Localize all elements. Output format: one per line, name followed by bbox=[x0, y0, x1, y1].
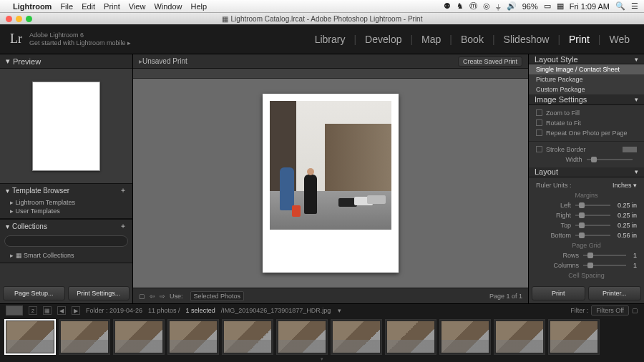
module-print[interactable]: Print bbox=[565, 34, 594, 45]
status-icon: ♞ bbox=[457, 1, 464, 11]
filter-select[interactable]: Filters Off bbox=[591, 305, 629, 315]
template-browser-header[interactable]: ▾ Template Browser＋ bbox=[0, 184, 132, 197]
thumbnail-strip[interactable] bbox=[0, 317, 644, 356]
dropdown-icon[interactable]: ▾ bbox=[338, 307, 341, 314]
mac-menubar: Lightroom File Edit Print View Window He… bbox=[0, 0, 644, 13]
create-saved-print-button[interactable]: Create Saved Print bbox=[458, 57, 522, 67]
thumbnail[interactable] bbox=[4, 319, 56, 355]
tree-smart-collections[interactable]: ▸ ▦ Smart Collections bbox=[10, 251, 132, 260]
collections-header[interactable]: ▾ Collections＋ bbox=[0, 220, 132, 233]
prev-page-icon[interactable]: ⇦ bbox=[150, 293, 155, 300]
nav-thumbnail[interactable] bbox=[6, 305, 23, 315]
repeat-checkbox[interactable] bbox=[536, 129, 542, 136]
back-icon[interactable]: ◀ bbox=[57, 306, 66, 315]
grid-icon[interactable]: ▦ bbox=[43, 306, 52, 315]
filmstrip: 2 ▦ ◀ ▶ Folder : 2019-04-26 11 photos / … bbox=[0, 303, 644, 362]
module-map[interactable]: Map bbox=[417, 34, 445, 45]
layout-header[interactable]: Layout▾ bbox=[529, 167, 644, 177]
lock-icon[interactable]: ▢ bbox=[139, 293, 145, 300]
rows-slider[interactable] bbox=[583, 255, 626, 256]
ruler-units-select[interactable]: Inches ▾ bbox=[613, 182, 637, 189]
menu-help[interactable]: Help bbox=[191, 2, 208, 11]
wifi-icon: ⏚ bbox=[496, 2, 501, 11]
ruler-horizontal bbox=[133, 69, 528, 79]
thumbnail[interactable] bbox=[494, 319, 545, 355]
filter-label: Filter : bbox=[570, 307, 588, 314]
preview-header[interactable]: ▾ Preview bbox=[0, 54, 132, 69]
status-icon: ◎ bbox=[483, 1, 490, 11]
tree-lightroom-templates[interactable]: ▸ Lightroom Templates bbox=[10, 198, 132, 207]
thumbnail[interactable] bbox=[222, 319, 273, 355]
identity-plate[interactable]: Adobe Lightroom 6 Get started with Light… bbox=[29, 31, 131, 47]
menu-view[interactable]: View bbox=[129, 2, 146, 11]
lr-logo: Lr bbox=[10, 31, 22, 47]
battery-icon: ▭ bbox=[544, 1, 551, 11]
add-template-icon[interactable]: ＋ bbox=[119, 185, 127, 195]
spotlight-icon[interactable]: 🔍 bbox=[615, 1, 625, 11]
filmstrip-collapse-icon[interactable]: ▾ bbox=[0, 356, 644, 362]
preview-area bbox=[0, 69, 132, 183]
menu-app[interactable]: Lightroom bbox=[13, 2, 52, 11]
fwd-icon[interactable]: ▶ bbox=[72, 306, 80, 315]
use-select[interactable]: Selected Photos bbox=[190, 291, 245, 301]
stroke-color-swatch[interactable] bbox=[623, 147, 637, 152]
menu-window[interactable]: Window bbox=[154, 2, 182, 11]
notif-icon[interactable]: ☰ bbox=[631, 1, 638, 11]
thumbnail[interactable] bbox=[113, 319, 165, 355]
rotate-checkbox[interactable] bbox=[536, 119, 542, 126]
add-collection-icon[interactable]: ＋ bbox=[119, 221, 127, 231]
collections-search[interactable] bbox=[4, 235, 128, 247]
page-indicator: Page 1 of 1 bbox=[489, 293, 522, 300]
printer-button[interactable]: Printer... bbox=[588, 286, 642, 300]
use-label: Use: bbox=[170, 293, 183, 300]
print-canvas[interactable] bbox=[133, 79, 528, 288]
stroke-checkbox[interactable] bbox=[536, 146, 542, 152]
stroke-width-slider[interactable] bbox=[587, 159, 633, 160]
image-settings-header[interactable]: Image Settings▾ bbox=[529, 94, 644, 104]
style-picture-package[interactable]: Picture Package bbox=[529, 74, 644, 84]
photo-cell[interactable] bbox=[270, 101, 391, 230]
lr-icon: ▦ bbox=[222, 15, 228, 23]
margin-left-slider[interactable] bbox=[575, 205, 610, 206]
zoom-checkbox[interactable] bbox=[536, 109, 542, 116]
thumbnail[interactable] bbox=[331, 319, 382, 355]
margin-right-slider[interactable] bbox=[575, 215, 610, 216]
second-window-icon[interactable]: 2 bbox=[29, 306, 37, 315]
status-icon: ⓜ bbox=[469, 1, 477, 11]
module-develop[interactable]: Develop bbox=[361, 34, 406, 45]
cols-slider[interactable] bbox=[583, 265, 626, 266]
print-title: Unsaved Print bbox=[142, 57, 187, 65]
thumbnail[interactable] bbox=[385, 319, 436, 355]
style-single-image[interactable]: Single Image / Contact Sheet bbox=[529, 64, 644, 74]
filter-lock-icon[interactable]: ▢ bbox=[632, 307, 638, 314]
page-setup-button[interactable]: Page Setup... bbox=[3, 286, 65, 300]
menu-edit[interactable]: Edit bbox=[82, 2, 95, 11]
module-slideshow[interactable]: Slideshow bbox=[499, 34, 554, 45]
print-button[interactable]: Print bbox=[532, 286, 585, 300]
margin-top-slider[interactable] bbox=[575, 225, 610, 226]
thumbnail[interactable] bbox=[167, 319, 219, 355]
window-title: Lightroom Catalog.lrcat - Adobe Photosho… bbox=[231, 15, 423, 23]
module-library[interactable]: Library bbox=[311, 34, 350, 45]
thumbnail[interactable] bbox=[548, 319, 600, 355]
next-page-icon[interactable]: ⇨ bbox=[160, 293, 165, 300]
print-settings-button[interactable]: Print Settings... bbox=[68, 286, 130, 300]
status-icon: ⚉ bbox=[444, 1, 451, 11]
clock: Fri 1:09 AM bbox=[570, 2, 610, 11]
style-custom-package[interactable]: Custom Package bbox=[529, 84, 644, 94]
menu-file[interactable]: File bbox=[60, 2, 73, 11]
menu-print[interactable]: Print bbox=[104, 2, 120, 11]
thumbnail[interactable] bbox=[59, 319, 110, 355]
window-titlebar: ▦ Lightroom Catalog.lrcat - Adobe Photos… bbox=[0, 13, 644, 24]
thumbnail[interactable] bbox=[276, 319, 328, 355]
margin-bottom-slider[interactable] bbox=[575, 235, 610, 236]
photo-count: 11 photos / bbox=[148, 307, 180, 314]
thumbnail[interactable] bbox=[439, 319, 491, 355]
preview-page bbox=[32, 82, 100, 171]
print-sheet[interactable] bbox=[263, 94, 399, 273]
layout-style-header[interactable]: Layout Style▾ bbox=[529, 54, 644, 64]
tree-user-templates[interactable]: ▸ User Templates bbox=[10, 207, 132, 215]
module-web[interactable]: Web bbox=[605, 34, 634, 45]
module-book[interactable]: Book bbox=[457, 34, 488, 45]
module-bar: Lr Adobe Lightroom 6 Get started with Li… bbox=[0, 24, 644, 54]
